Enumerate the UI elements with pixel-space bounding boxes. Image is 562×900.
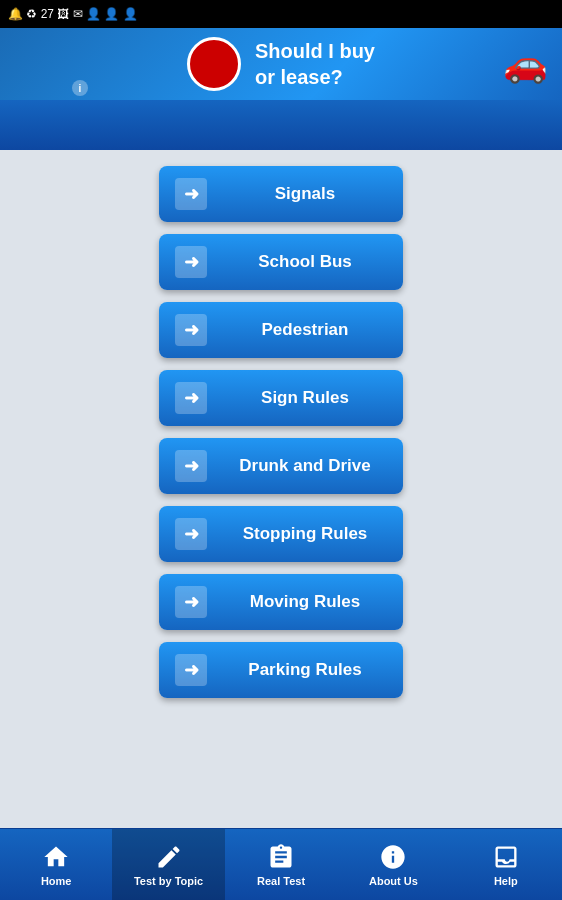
ad-text: Should I buyor lease?: [255, 38, 375, 90]
nav-item-help[interactable]: Help: [450, 829, 562, 900]
category-label: Parking Rules: [223, 660, 387, 680]
nav-label-about-us: About Us: [369, 875, 418, 887]
status-bar: 🔔 ♻ 27 🖼 ✉ 👤 👤 👤: [0, 0, 562, 28]
category-list: ➜ Signals ➜ School Bus ➜ Pedestrian ➜ Si…: [0, 150, 562, 828]
home-icon: [42, 843, 70, 871]
nav-item-about-us[interactable]: About Us: [337, 829, 449, 900]
arrow-icon: ➜: [175, 450, 207, 482]
notification-icons: 🔔 ♻ 27 🖼 ✉ 👤 👤 👤: [8, 7, 138, 21]
category-btn-pedestrian[interactable]: ➜ Pedestrian: [159, 302, 403, 358]
ad-car-image: 🚗: [503, 43, 548, 85]
category-btn-moving-rules[interactable]: ➜ Moving Rules: [159, 574, 403, 630]
category-btn-signals[interactable]: ➜ Signals: [159, 166, 403, 222]
clipboard-icon: [267, 843, 295, 871]
category-btn-sign-rules[interactable]: ➜ Sign Rules: [159, 370, 403, 426]
category-btn-parking-rules[interactable]: ➜ Parking Rules: [159, 642, 403, 698]
bottom-navigation: Home Test by Topic Real Test About Us He…: [0, 828, 562, 900]
inbox-icon: [492, 843, 520, 871]
edit-icon: [155, 843, 183, 871]
arrow-icon: ➜: [175, 178, 207, 210]
nav-item-home[interactable]: Home: [0, 829, 112, 900]
nav-label-test-by-topic: Test by Topic: [134, 875, 203, 887]
category-label: Moving Rules: [223, 592, 387, 612]
nav-item-real-test[interactable]: Real Test: [225, 829, 337, 900]
ad-banner[interactable]: Should I buyor lease? 🚗 i: [0, 28, 562, 100]
category-label: Signals: [223, 184, 387, 204]
title-bar: [0, 100, 562, 150]
nav-label-help: Help: [494, 875, 518, 887]
ad-info-icon[interactable]: i: [72, 80, 88, 96]
nav-item-test-by-topic[interactable]: Test by Topic: [112, 829, 224, 900]
category-label: Stopping Rules: [223, 524, 387, 544]
arrow-icon: ➜: [175, 586, 207, 618]
nav-label-home: Home: [41, 875, 72, 887]
arrow-icon: ➜: [175, 654, 207, 686]
arrow-icon: ➜: [175, 382, 207, 414]
arrow-icon: ➜: [175, 246, 207, 278]
category-btn-drunk-drive[interactable]: ➜ Drunk and Drive: [159, 438, 403, 494]
category-label: Drunk and Drive: [223, 456, 387, 476]
ask-logo: [187, 37, 241, 91]
arrow-icon: ➜: [175, 314, 207, 346]
arrow-icon: ➜: [175, 518, 207, 550]
category-btn-school-bus[interactable]: ➜ School Bus: [159, 234, 403, 290]
info-icon: [379, 843, 407, 871]
category-label: School Bus: [223, 252, 387, 272]
category-label: Pedestrian: [223, 320, 387, 340]
nav-label-real-test: Real Test: [257, 875, 305, 887]
category-btn-stopping-rules[interactable]: ➜ Stopping Rules: [159, 506, 403, 562]
category-label: Sign Rules: [223, 388, 387, 408]
status-left-icons: 🔔 ♻ 27 🖼 ✉ 👤 👤 👤: [8, 7, 138, 21]
